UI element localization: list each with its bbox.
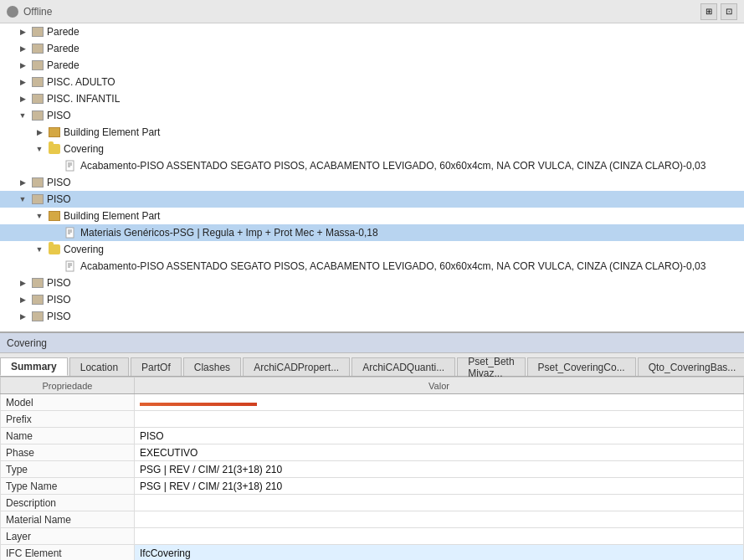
tree-item-label: PISO (47, 277, 71, 289)
tabs-bar[interactable]: SummaryLocationPartOfClashesArchiCADProp… (0, 353, 744, 377)
tab-location[interactable]: Location (69, 357, 129, 376)
tree-item[interactable]: PISO (0, 107, 744, 124)
table-header-row: Propriedade Valor (1, 378, 744, 394)
tree-item-label: PISC. ADULTO (47, 76, 115, 88)
element-icon (31, 42, 44, 55)
offline-icon (7, 6, 18, 18)
prop-name-cell: Model (1, 394, 135, 411)
tree-item-label: Building Element Part (64, 210, 160, 222)
element-icon (31, 310, 44, 323)
offline-label: Offline (23, 6, 52, 18)
table-row: Type NamePSG | REV / CIM/ 21(3+18) 210 (1, 478, 744, 495)
tree-item-label: Covering (64, 143, 104, 155)
expand-arrow[interactable] (17, 26, 28, 38)
prop-value-cell (135, 411, 744, 428)
tab-clashes[interactable]: Clashes (183, 357, 241, 376)
table-row: Description (1, 495, 744, 511)
tree-item[interactable]: Parede (0, 57, 744, 74)
building-icon (48, 126, 61, 139)
expand-arrow[interactable] (33, 126, 45, 138)
tree-item[interactable]: Covering (0, 141, 744, 157)
tab-partof[interactable]: PartOf (131, 357, 182, 376)
tab-pset-coveringco---[interactable]: Pset_CoveringCo... (527, 357, 636, 376)
expand-arrow[interactable] (17, 177, 28, 188)
tab-archicadpropert---[interactable]: ArchiCADPropert... (243, 357, 350, 376)
tree-item[interactable]: PISO (0, 174, 744, 191)
expand-arrow[interactable] (17, 311, 28, 322)
tree-item[interactable]: PISC. ADULTO (0, 74, 744, 90)
tree-item-label: Building Element Part (64, 126, 160, 138)
tree-item[interactable]: Parede (0, 40, 744, 57)
tree-item[interactable]: Covering (0, 241, 744, 258)
tree-item-label: PISO (47, 193, 71, 205)
expand-arrow[interactable] (33, 210, 45, 222)
prop-name-cell: Prefix (1, 411, 135, 428)
tab-summary[interactable]: Summary (0, 357, 68, 376)
expand-arrow[interactable] (17, 110, 28, 121)
prop-name-cell: Type (1, 461, 135, 478)
svg-rect-8 (66, 261, 74, 271)
props-table: Propriedade Valor ModelPrefixNamePISOPha… (0, 377, 744, 560)
table-row: PhaseEXECUTIVO (1, 444, 744, 461)
expand-arrow[interactable] (17, 76, 28, 88)
status-area: Offline (7, 6, 52, 18)
element-icon (31, 59, 44, 72)
prop-name-cell: Material Name (1, 511, 135, 528)
model-bar (140, 403, 257, 406)
properties-panel: Covering SummaryLocationPartOfClashesArc… (0, 333, 744, 560)
folder-icon (48, 243, 61, 256)
tree-item-label: Parede (47, 43, 80, 54)
col-header-value: Valor (135, 378, 744, 394)
tab-qto-coveringbas---[interactable]: Qto_CoveringBas... (638, 357, 744, 376)
tree-item-label: Acabamento-PISO ASSENTADO SEGATO PISOS, … (80, 260, 706, 272)
element-icon (31, 25, 44, 39)
expand-arrow[interactable] (17, 43, 28, 54)
expand-arrow[interactable] (17, 93, 28, 105)
tree-item[interactable]: PISO (0, 275, 744, 291)
expand-arrow[interactable] (33, 143, 45, 155)
expand-arrow[interactable] (17, 277, 28, 289)
tree-item[interactable]: Building Element Part (0, 208, 744, 224)
prop-value-cell (135, 495, 744, 511)
table-row: NamePISO (1, 428, 744, 444)
list-view-button[interactable]: ⊡ (721, 3, 737, 20)
prop-name-cell: IFC Element (1, 545, 135, 561)
tree-item-label: Parede (47, 59, 80, 71)
tree-item[interactable]: PISO (0, 191, 744, 208)
svg-rect-0 (66, 161, 74, 171)
tree-panel: ParedeParedeParedePISC. ADULTOPISC. INFA… (0, 23, 744, 333)
expand-arrow[interactable] (17, 193, 28, 205)
tree-item[interactable]: PISO (0, 291, 744, 308)
props-table-container: Propriedade Valor ModelPrefixNamePISOPha… (0, 377, 744, 560)
element-icon (31, 176, 44, 189)
tab-pset-beth-miyaz---[interactable]: Pset_Beth Miyaz... (457, 357, 525, 376)
tab-archicadquanti---[interactable]: ArchiCADQuanti... (351, 357, 455, 376)
tree-item[interactable]: PISC. INFANTIL (0, 90, 744, 107)
expand-arrow[interactable] (33, 244, 45, 255)
element-icon (31, 276, 44, 290)
prop-value-cell: EXECUTIVO (135, 444, 744, 461)
tree-item-label: Covering (64, 244, 104, 255)
document-icon (64, 259, 78, 273)
prop-value-cell: PSG | REV / CIM/ 21(3+18) 210 (135, 478, 744, 495)
tree-item-label: PISO (47, 177, 71, 188)
tree-item[interactable]: Building Element Part (0, 124, 744, 141)
prop-value-cell (135, 394, 744, 411)
table-row: Material Name (1, 511, 744, 528)
props-panel-title: Covering (7, 337, 47, 349)
tree-item-label: PISO (47, 311, 71, 322)
expand-arrow[interactable] (17, 294, 28, 306)
element-icon (31, 109, 44, 122)
tree-item[interactable]: Acabamento-PISO ASSENTADO SEGATO PISOS, … (0, 258, 744, 275)
table-row: TypePSG | REV / CIM/ 21(3+18) 210 (1, 461, 744, 478)
building-icon (48, 209, 61, 223)
tree-item[interactable]: Acabamento-PISO ASSENTADO SEGATO PISOS, … (0, 157, 744, 174)
grid-view-button[interactable]: ⊞ (700, 3, 717, 20)
table-row: Prefix (1, 411, 744, 428)
prop-value-cell (135, 511, 744, 528)
tree-item[interactable]: Parede (0, 23, 744, 40)
tree-item[interactable]: PISO (0, 308, 744, 325)
expand-arrow[interactable] (17, 59, 28, 71)
tree-item[interactable]: Materiais Genéricos-PSG | Regula + Imp +… (0, 224, 744, 241)
svg-rect-4 (66, 228, 74, 238)
